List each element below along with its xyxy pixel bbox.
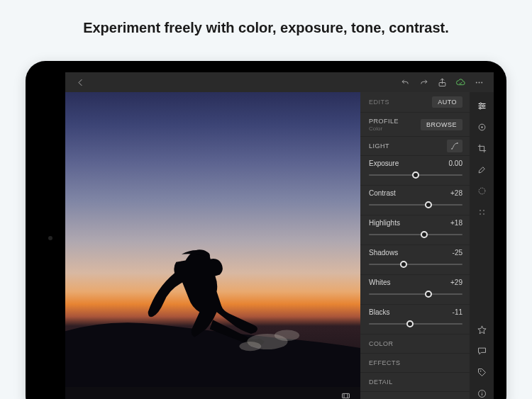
slider-label: Blacks (369, 308, 389, 316)
svg-point-11 (457, 142, 458, 144)
auto-button[interactable]: AUTO (432, 96, 462, 108)
svg-point-23 (480, 213, 481, 215)
cloud-check-icon (455, 77, 466, 88)
undo-icon (400, 77, 411, 88)
keywords-tool[interactable] (472, 361, 491, 383)
edit-panel: EDITS AUTO PROFILE Color BROWSE LIGHT (360, 92, 470, 399)
slider-value: -11 (453, 308, 462, 316)
more-button[interactable] (470, 73, 488, 91)
svg-point-16 (482, 105, 484, 107)
light-label: LIGHT (369, 142, 389, 150)
slider-label: Whites (369, 279, 391, 286)
slider-track[interactable] (369, 201, 462, 209)
slider-value: +28 (450, 189, 462, 197)
redo-button[interactable] (414, 73, 433, 91)
svg-point-6 (239, 342, 261, 351)
radial-icon (477, 186, 487, 196)
redo-icon (419, 77, 429, 88)
svg-point-19 (481, 126, 483, 128)
sliders-icon (477, 101, 487, 111)
slider-label: Shadows (369, 249, 398, 257)
svg-point-15 (480, 103, 482, 105)
slider-whites: Whites+29 (360, 275, 470, 305)
svg-point-10 (451, 148, 453, 150)
tool-rail (470, 92, 494, 399)
slider-label: Exposure (369, 159, 399, 167)
target-icon (477, 122, 487, 133)
svg-point-29 (481, 391, 482, 392)
svg-point-20 (479, 188, 485, 194)
crop-tool[interactable] (472, 137, 491, 159)
undo-button[interactable] (396, 73, 414, 91)
edits-label: EDITS (369, 99, 389, 106)
slider-blacks: Blacks-11 (360, 305, 470, 335)
profile-row: PROFILE Color BROWSE (360, 113, 470, 137)
svg-marker-25 (477, 325, 485, 333)
grid-dots-icon (477, 207, 487, 218)
sync-status[interactable] (451, 73, 470, 91)
slider-value: 0.00 (449, 159, 462, 167)
profile-label: PROFILE (369, 118, 399, 125)
light-section-header[interactable]: LIGHT (360, 137, 470, 156)
slider-value: -25 (453, 249, 462, 257)
brush-tool[interactable] (472, 159, 491, 180)
slider-shadows: Shadows-25 (360, 245, 470, 275)
filmstrip-icon (340, 390, 351, 400)
svg-point-3 (481, 82, 482, 83)
slider-value: +29 (450, 279, 462, 286)
svg-point-24 (483, 213, 484, 215)
info-tool[interactable] (472, 383, 491, 399)
color-section[interactable]: COLOR (360, 335, 470, 354)
browse-profiles-button[interactable]: BROWSE (421, 119, 462, 130)
share-icon (437, 77, 448, 88)
slider-track[interactable] (369, 171, 462, 179)
slider-track[interactable] (369, 230, 462, 239)
comments-tool[interactable] (472, 340, 491, 361)
svg-point-26 (480, 370, 481, 371)
svg-point-5 (275, 330, 299, 341)
marketing-headline: Experiment freely with color, exposure, … (0, 0, 532, 36)
tone-curve-button[interactable] (447, 140, 462, 152)
back-button[interactable] (71, 73, 89, 91)
detail-section[interactable]: DETAIL (360, 373, 470, 392)
slider-highlights: Highlights+18 (360, 215, 470, 245)
info-icon (477, 388, 487, 399)
slider-contrast: Contrast+28 (360, 186, 470, 215)
crop-icon (477, 143, 487, 154)
star-icon (477, 325, 487, 335)
slider-value: +18 (450, 219, 462, 227)
brush-icon (477, 164, 487, 175)
rate-tool[interactable] (472, 319, 491, 340)
more-icon (474, 77, 484, 88)
gradient-tool[interactable] (472, 180, 491, 201)
comment-icon (477, 346, 487, 356)
svg-point-1 (475, 82, 477, 83)
adjust-tool[interactable] (472, 95, 491, 116)
photo-silhouette (65, 232, 360, 399)
canvas-bottom-bar (65, 387, 360, 399)
svg-point-2 (478, 82, 480, 83)
slider-track[interactable] (369, 260, 462, 269)
profile-value: Color (369, 125, 399, 132)
dots-tool[interactable] (472, 201, 491, 223)
svg-point-21 (480, 210, 481, 211)
slider-label: Contrast (369, 189, 396, 197)
photo-canvas[interactable] (65, 92, 360, 399)
top-toolbar (65, 72, 494, 92)
share-button[interactable] (433, 73, 451, 91)
slider-track[interactable] (369, 290, 462, 298)
slider-label: Highlights (369, 219, 400, 227)
svg-point-17 (479, 107, 481, 109)
slider-track[interactable] (369, 320, 462, 328)
svg-point-22 (483, 210, 484, 211)
filmstrip-toggle[interactable] (336, 386, 355, 399)
chevron-left-icon (75, 77, 86, 88)
tablet-frame: EDITS AUTO PROFILE Color BROWSE LIGHT (26, 61, 506, 399)
effects-section[interactable]: EFFECTS (360, 354, 470, 373)
tag-icon (477, 367, 487, 378)
target-adjust-tool[interactable] (472, 116, 491, 137)
svg-rect-7 (342, 393, 349, 398)
edits-header-row: EDITS AUTO (360, 92, 470, 113)
slider-exposure: Exposure0.00 (360, 156, 470, 186)
app-screen: EDITS AUTO PROFILE Color BROWSE LIGHT (65, 72, 494, 399)
